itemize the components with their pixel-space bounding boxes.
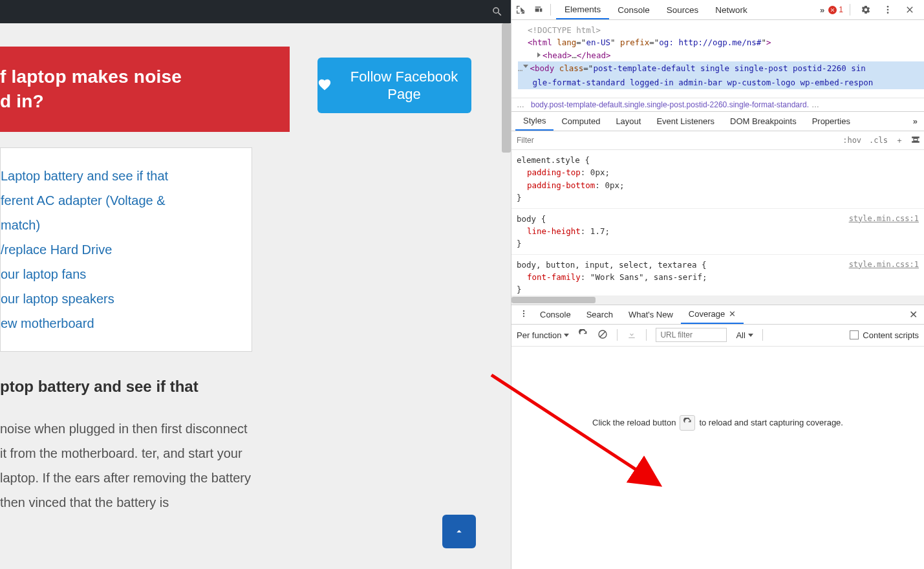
- rule-source-link[interactable]: style.min.css:1: [849, 305, 919, 305]
- coverage-url-filter-input[interactable]: [656, 328, 727, 342]
- clear-icon[interactable]: [597, 329, 608, 341]
- svg-point-2: [887, 12, 889, 14]
- styles-tabs: Styles Computed Layout Event Listeners D…: [511, 112, 924, 131]
- rule-source-link[interactable]: style.min.css:1: [849, 259, 919, 271]
- toc-link[interactable]: match): [1, 218, 40, 232]
- style-rule[interactable]: style.min.css:1body {line-height: 1.7;}: [511, 209, 924, 255]
- toc-link[interactable]: ferent AC adapter (Voltage &: [1, 193, 166, 208]
- style-property[interactable]: line-height: 1.7;: [517, 225, 919, 237]
- svg-point-0: [887, 6, 889, 8]
- style-property[interactable]: font-family: "Work Sans", sans-serif;: [517, 271, 919, 283]
- style-rule[interactable]: element.style {padding-top: 0px;padding-…: [511, 150, 924, 209]
- styles-filter-input[interactable]: [511, 131, 839, 149]
- rule-source-link[interactable]: style.min.css:1: [849, 213, 919, 225]
- drawer-menu-icon[interactable]: [515, 309, 532, 320]
- breadcrumb-overflow[interactable]: …: [517, 100, 524, 109]
- content-scripts-checkbox[interactable]: Content scripts: [850, 330, 919, 340]
- drawer-tab-coverage[interactable]: Coverage ✕: [681, 305, 744, 324]
- more-styles-tabs-icon[interactable]: »: [907, 116, 924, 126]
- expand-arrow-down-icon[interactable]: [523, 65, 528, 70]
- dom-tree[interactable]: <!DOCTYPE html> <html lang="en-US" prefi…: [511, 20, 924, 98]
- checkbox-icon: [850, 330, 859, 339]
- rule-selector: body: [517, 214, 536, 224]
- coverage-granularity-dropdown[interactable]: Per function: [517, 330, 569, 340]
- tab-elements[interactable]: Elements: [556, 0, 609, 19]
- more-tabs-icon[interactable]: »: [820, 5, 824, 15]
- drawer-tab-search[interactable]: Search: [579, 305, 621, 324]
- tab-console[interactable]: Console: [609, 0, 658, 19]
- toc-link[interactable]: ew motherboard: [1, 316, 94, 330]
- reload-icon[interactable]: [578, 329, 588, 341]
- heart-icon: [317, 76, 332, 94]
- breadcrumb-path[interactable]: body.post-template-default.single.single…: [531, 100, 809, 109]
- expand-arrow-icon[interactable]: [537, 52, 541, 58]
- tab-styles[interactable]: Styles: [515, 112, 553, 131]
- rule-selector: element.style: [517, 155, 580, 165]
- separator: [617, 329, 618, 341]
- follow-facebook-button[interactable]: Follow Facebook Page: [317, 58, 471, 113]
- style-rule[interactable]: style.min.css:1body, button, input, sele…: [511, 255, 924, 301]
- coverage-message: Click the reload button to reload and st…: [592, 415, 843, 431]
- section-heading: ptop battery and see if that: [0, 378, 511, 396]
- coverage-reload-demo-button[interactable]: [680, 415, 695, 431]
- device-toolbar-icon[interactable]: [530, 1, 548, 19]
- scrollbar-thumb[interactable]: [511, 297, 596, 303]
- kebab-menu-icon[interactable]: [879, 1, 897, 19]
- style-property[interactable]: padding-bottom: 0px;: [517, 179, 919, 191]
- tab-layout[interactable]: Layout: [608, 112, 649, 131]
- page-scrollbar-thumb[interactable]: [502, 23, 511, 153]
- drawer-tab-whatsnew[interactable]: What's New: [621, 305, 681, 324]
- tab-properties[interactable]: Properties: [804, 112, 858, 131]
- error-count: 1: [839, 5, 843, 14]
- coverage-type-dropdown[interactable]: All: [736, 330, 753, 340]
- toc-link[interactable]: Laptop battery and see if that: [1, 169, 168, 183]
- coverage-toolbar: Per function All Content scripts: [511, 325, 924, 347]
- dom-doctype: <!DOCTYPE html>: [528, 25, 601, 35]
- drawer-tab-coverage-label: Coverage: [689, 309, 725, 319]
- error-badge[interactable]: 1: [828, 5, 843, 14]
- table-of-contents: Laptop battery and see if that ferent AC…: [0, 147, 252, 352]
- separator: [550, 4, 551, 16]
- tab-network[interactable]: Network: [707, 0, 756, 19]
- toc-link[interactable]: our laptop fans: [1, 267, 86, 281]
- tab-sources[interactable]: Sources: [658, 0, 707, 19]
- new-style-rule-icon[interactable]: ＋: [892, 135, 907, 146]
- rule-selector: body, button, input, select, textarea: [517, 260, 696, 270]
- coverage-message-before: Click the reload button: [592, 418, 676, 427]
- close-drawer-icon[interactable]: ✕: [903, 308, 924, 321]
- error-icon: [828, 6, 837, 14]
- styles-hscroll[interactable]: [511, 295, 924, 305]
- search-icon[interactable]: [488, 2, 507, 21]
- separator: [850, 4, 850, 16]
- inspect-element-icon[interactable]: [511, 1, 530, 19]
- dom-breadcrumb[interactable]: … body.post-template-default.single.sing…: [511, 98, 924, 112]
- hov-toggle[interactable]: :hov: [839, 136, 865, 145]
- tab-event-listeners[interactable]: Event Listeners: [649, 112, 722, 131]
- devtools-panel: Elements Console Sources Network » 1 <!D…: [511, 0, 924, 569]
- cls-toggle[interactable]: .cls: [865, 136, 892, 145]
- separator: [646, 329, 647, 341]
- close-tab-icon[interactable]: ✕: [729, 309, 736, 319]
- drawer-tab-console[interactable]: Console: [532, 305, 579, 324]
- toc-link[interactable]: /replace Hard Drive: [1, 242, 112, 257]
- coverage-granularity-label: Per function: [517, 330, 561, 340]
- svg-point-3: [523, 310, 524, 311]
- toc-link[interactable]: our laptop speakers: [1, 292, 114, 306]
- article-title-card: f laptop makes noise d in?: [0, 47, 290, 132]
- export-icon[interactable]: [627, 329, 637, 341]
- separator: [762, 329, 763, 341]
- tab-dom-breakpoints[interactable]: DOM Breakpoints: [722, 112, 804, 131]
- close-devtools-icon[interactable]: [901, 1, 919, 19]
- svg-point-4: [523, 312, 524, 314]
- styles-pane[interactable]: element.style {padding-top: 0px;padding-…: [511, 150, 924, 305]
- svg-line-7: [600, 332, 605, 337]
- svg-point-1: [887, 9, 889, 11]
- tab-computed[interactable]: Computed: [553, 112, 608, 131]
- scroll-to-top-button[interactable]: [442, 515, 476, 548]
- title-line-1: f laptop makes noise: [0, 67, 182, 87]
- computed-panel-icon[interactable]: [907, 135, 924, 146]
- gear-icon[interactable]: [857, 1, 875, 19]
- chevron-down-icon: [564, 334, 569, 337]
- style-property[interactable]: padding-top: 0px;: [517, 166, 919, 178]
- svg-point-5: [523, 315, 524, 316]
